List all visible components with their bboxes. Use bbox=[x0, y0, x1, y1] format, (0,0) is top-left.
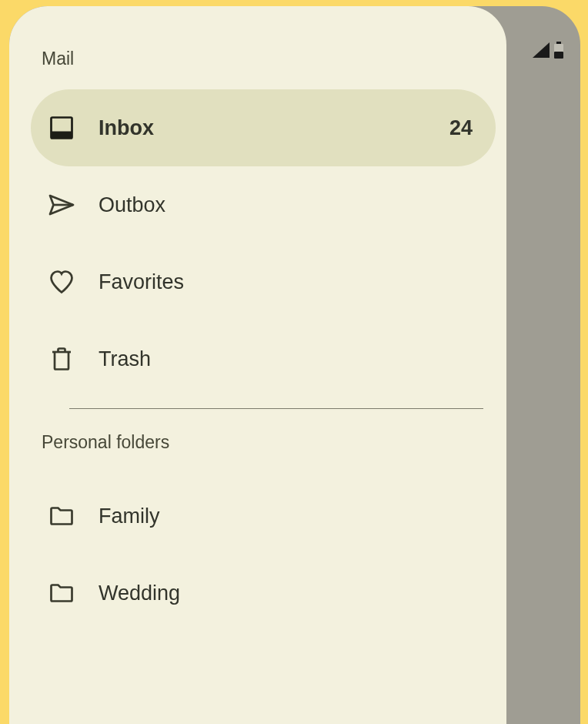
status-bar bbox=[533, 42, 563, 59]
nav-label: Inbox bbox=[99, 116, 426, 140]
nav-item-trash[interactable]: Trash bbox=[31, 320, 496, 397]
nav-label: Favorites bbox=[99, 270, 473, 294]
nav-label: Wedding bbox=[99, 582, 473, 605]
heart-icon bbox=[48, 268, 75, 296]
nav-label: Family bbox=[99, 504, 473, 528]
navigation-drawer: Mail Inbox 24 Outbox Favorites bbox=[9, 6, 506, 724]
inbox-icon bbox=[48, 114, 75, 142]
folder-icon bbox=[48, 502, 75, 530]
send-icon bbox=[48, 191, 75, 219]
signal-icon bbox=[533, 42, 550, 58]
battery-icon bbox=[554, 42, 563, 59]
nav-item-family[interactable]: Family bbox=[31, 478, 496, 555]
svg-rect-0 bbox=[556, 42, 561, 44]
nav-label: Trash bbox=[99, 347, 473, 371]
nav-item-inbox[interactable]: Inbox 24 bbox=[31, 89, 496, 166]
nav-item-outbox[interactable]: Outbox bbox=[31, 166, 496, 243]
mail-section-header: Mail bbox=[31, 41, 496, 89]
trash-icon bbox=[48, 345, 75, 373]
nav-item-wedding[interactable]: Wedding bbox=[31, 555, 496, 632]
personal-section-header: Personal folders bbox=[31, 409, 496, 478]
folder-icon bbox=[48, 579, 75, 607]
nav-count: 24 bbox=[449, 116, 473, 140]
nav-item-favorites[interactable]: Favorites bbox=[31, 243, 496, 320]
svg-rect-2 bbox=[554, 52, 563, 59]
nav-label: Outbox bbox=[99, 193, 473, 217]
